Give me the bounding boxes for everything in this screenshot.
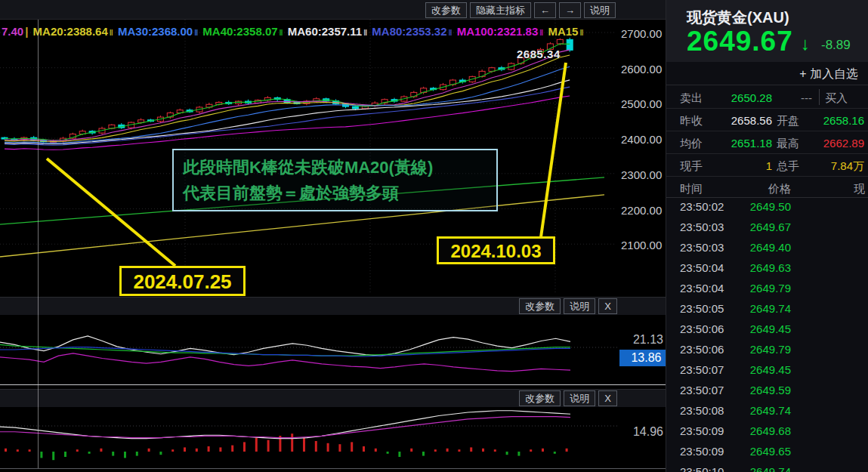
buy-label: 买入: [825, 91, 848, 106]
col-price: 价格: [715, 182, 791, 196]
indicator-panel-1[interactable]: [0, 314, 618, 384]
tick-price: 2649.45: [715, 322, 791, 335]
panel1-button-说明[interactable]: 说明: [564, 298, 595, 314]
tick-row-11[interactable]: 23:50:092649.68: [666, 421, 868, 441]
toolbar-button-→[interactable]: →: [559, 2, 581, 18]
quote-row-sell-buy: 卖出 2650.28 --- 买入: [666, 86, 868, 109]
annotation-line-2: 代表目前盤勢＝處於強勢多頭: [183, 180, 489, 206]
tick-price: 2649.59: [715, 384, 791, 396]
panel-2-value: 14.96: [619, 425, 663, 439]
ma-tick-2: ‖: [280, 29, 283, 37]
tick-row-6[interactable]: 23:50:062649.45: [666, 319, 868, 339]
ma-label-4: MA80:2353.32: [369, 25, 446, 38]
quote-value: 2658.56: [704, 114, 772, 127]
y-axis-label-2700.00: 2700.00: [621, 27, 662, 40]
ma-label-2: MA40:2358.07: [199, 25, 277, 38]
ma-tick-5: ‖: [539, 29, 543, 37]
tick-row-3[interactable]: 23:50:042649.63: [666, 258, 868, 278]
tick-row-2[interactable]: 23:50:032649.40: [666, 237, 868, 258]
quote-label: 昨收: [680, 114, 703, 128]
crosshair-vertical-line: [38, 20, 39, 468]
toolbar-button-隐藏主指标[interactable]: 隐藏主指标: [470, 2, 531, 18]
ma-partial-value: 7.40: [2, 25, 23, 38]
y-axis-label-2100.00: 2100.00: [621, 239, 662, 251]
chart-column: 改参数隐藏主指标←→说明 7.40| MA20:2388.64‖ MA30:23…: [0, 0, 666, 472]
ma-tick-3: ‖: [363, 29, 367, 37]
tick-price: 2649.67: [715, 221, 791, 233]
quote-divider: [819, 89, 820, 105]
ma-indicator-row: 7.40| MA20:2388.64‖ MA30:2368.00‖ MA40:2…: [2, 25, 618, 39]
col-time: 时间: [680, 182, 703, 196]
tick-row-5[interactable]: 23:50:052649.74: [666, 298, 868, 319]
tick-price: 2649.40: [715, 241, 791, 254]
peak-price-label: 2685.34: [517, 48, 561, 60]
price-down-arrow-icon: ↓: [801, 33, 810, 54]
tick-price: 2649.50: [715, 200, 791, 213]
tick-price: 2649.74: [715, 302, 791, 315]
panel-2-buttons: 改参数说明X: [519, 390, 617, 406]
ma-tick-4: ‖: [449, 29, 453, 37]
ma-separator: |: [25, 25, 28, 38]
quote-row-0: 昨收2658.56开盘2658.16: [666, 109, 868, 131]
tick-price: 2649.45: [715, 363, 791, 376]
tick-table-header: 时间 价格 现: [666, 178, 868, 198]
tick-price: 2649.63: [715, 261, 791, 274]
tick-row-1[interactable]: 23:50:032649.67: [666, 217, 868, 237]
y-axis-label-2500.00: 2500.00: [621, 97, 662, 110]
last-price: 2649.67: [687, 26, 793, 57]
tick-row-13[interactable]: 23:50:102649.74: [666, 461, 868, 472]
tick-row-8[interactable]: 23:50:072649.45: [666, 359, 868, 380]
y-axis-label-2600.00: 2600.00: [621, 63, 662, 76]
tick-table-rows[interactable]: 23:50:022649.5023:50:032649.6723:50:0326…: [666, 196, 868, 472]
toolbar-button-改参数[interactable]: 改参数: [425, 2, 467, 18]
ma-tick-0: ‖: [110, 29, 113, 37]
quote-value: 7.84万: [796, 159, 864, 174]
panel2-button-X[interactable]: X: [598, 390, 617, 406]
quote-row-1: 均价2651.18最高2662.89: [666, 131, 868, 154]
tick-price: 2649.79: [715, 343, 791, 356]
ma-tick-1: ‖: [194, 29, 198, 37]
toolbar-button-←[interactable]: ←: [534, 2, 556, 18]
sell-label: 卖出: [680, 91, 703, 106]
ma-label-6: MA15: [545, 25, 578, 38]
annotation-line-1: 此段時間K棒從未跌破MA20(黃線): [183, 155, 489, 180]
quote-value: 2662.89: [796, 137, 864, 150]
add-watchlist-button[interactable]: + 加入自选: [666, 62, 868, 85]
quote-panel: 现货黄金(XAU) 2649.67 ↓ -8.89 + 加入自选 卖出 2650…: [666, 0, 868, 472]
tick-price: 2649.65: [715, 445, 791, 458]
main-toolbar-buttons: 改参数隐藏主指标←→说明: [425, 2, 616, 18]
panel-1-value: 21.13: [619, 333, 663, 347]
quote-value: 2658.16: [796, 114, 864, 127]
panel-separator: [0, 384, 666, 385]
date-label-2024-07-25: 2024.07.25: [119, 266, 246, 296]
tick-row-12[interactable]: 23:50:092649.65: [666, 441, 868, 461]
tick-price: 2649.74: [715, 465, 791, 472]
panel2-button-改参数[interactable]: 改参数: [519, 390, 561, 406]
quote-label: 现手: [680, 159, 703, 174]
tick-price: 2649.68: [715, 424, 791, 437]
analysis-annotation-box: 此段時間K棒從未跌破MA20(黃線) 代表目前盤勢＝處於強勢多頭: [172, 149, 498, 211]
date-label-2024-10-03: 2024.10.03: [437, 236, 555, 264]
ma-label-5: MA100:2321.83: [454, 25, 539, 38]
tick-row-10[interactable]: 23:50:082649.74: [666, 400, 868, 421]
indicator-panel-2[interactable]: [0, 406, 618, 468]
panel2-button-说明[interactable]: 说明: [564, 390, 595, 406]
tick-row-0[interactable]: 23:50:022649.50: [666, 196, 868, 217]
tick-row-4[interactable]: 23:50:042649.79: [666, 278, 868, 298]
trading-app: 改参数隐藏主指标←→说明 7.40| MA20:2388.64‖ MA30:23…: [0, 0, 868, 472]
tick-price: 2649.74: [715, 404, 791, 417]
quote-label: 均价: [680, 137, 703, 151]
ma-tick-6: ‖: [579, 29, 583, 37]
tick-row-9[interactable]: 23:50:072649.59: [666, 380, 868, 400]
price-y-axis: 2700.002600.002500.002400.002300.002200.…: [619, 0, 665, 295]
tick-row-7[interactable]: 23:50:062649.79: [666, 339, 868, 359]
quote-value: 2651.18: [704, 137, 772, 150]
dashes: ---: [801, 91, 812, 104]
tick-price: 2649.79: [715, 282, 791, 295]
panel1-button-改参数[interactable]: 改参数: [519, 298, 561, 314]
toolbar-button-说明[interactable]: 说明: [584, 2, 616, 18]
symbol-name: 现货黄金(XAU): [687, 8, 789, 28]
ma-label-3: MA60:2357.11: [285, 25, 363, 38]
panel1-button-X[interactable]: X: [598, 298, 617, 314]
quote-row-2: 现手1总手7.84万: [666, 154, 868, 177]
